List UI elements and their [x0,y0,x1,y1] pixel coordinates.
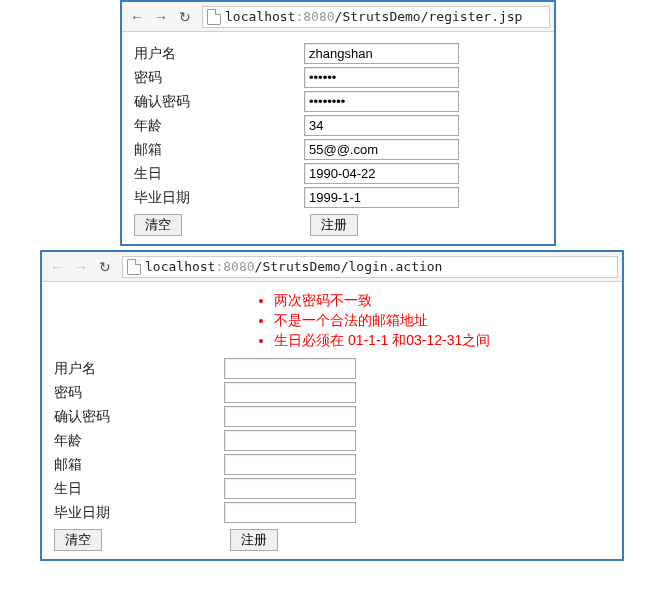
form-row: 生日 [134,163,542,184]
field-input[interactable] [224,406,356,427]
address-bar[interactable]: localhost:8080/StrutsDemo/login.action [122,256,618,278]
toolbar: ← → ↻ localhost:8080/StrutsDemo/login.ac… [42,252,622,282]
field-label: 邮箱 [54,456,224,474]
error-item: 不是一个合法的邮箱地址 [274,312,610,330]
field-label: 生日 [134,165,304,183]
page-icon [127,259,141,275]
field-label: 用户名 [54,360,224,378]
url-host: localhost [225,9,295,24]
url-port: :8080 [215,259,254,274]
browser-window-login: ← → ↻ localhost:8080/StrutsDemo/login.ac… [40,250,624,561]
reload-button[interactable]: ↻ [174,6,196,28]
form-row: 用户名 [54,358,610,379]
field-input[interactable] [304,43,459,64]
field-input[interactable] [304,115,459,136]
url-port: :8080 [295,9,334,24]
forward-button[interactable]: → [150,6,172,28]
field-input[interactable] [224,478,356,499]
address-bar[interactable]: localhost:8080/StrutsDemo/register.jsp [202,6,550,28]
field-label: 年龄 [134,117,304,135]
submit-button[interactable]: 注册 [310,214,358,236]
form-row: 确认密码 [54,406,610,427]
field-input[interactable] [304,163,459,184]
register-form: 用户名密码确认密码年龄邮箱生日毕业日期 [134,43,542,208]
form-row: 毕业日期 [134,187,542,208]
page-content: 两次密码不一致不是一个合法的邮箱地址生日必须在 01-1-1 和03-12-31… [42,282,622,559]
form-row: 毕业日期 [54,502,610,523]
reset-button[interactable]: 清空 [134,214,182,236]
field-input[interactable] [304,139,459,160]
error-list: 两次密码不一致不是一个合法的邮箱地址生日必须在 01-1-1 和03-12-31… [254,292,610,350]
page-icon [207,9,221,25]
toolbar: ← → ↻ localhost:8080/StrutsDemo/register… [122,2,554,32]
field-input[interactable] [224,382,356,403]
field-label: 用户名 [134,45,304,63]
field-label: 邮箱 [134,141,304,159]
forward-button[interactable]: → [70,256,92,278]
form-row: 用户名 [134,43,542,64]
field-label: 毕业日期 [54,504,224,522]
back-button[interactable]: ← [126,6,148,28]
form-row: 邮箱 [54,454,610,475]
login-form: 用户名密码确认密码年龄邮箱生日毕业日期 [54,358,610,523]
reload-button[interactable]: ↻ [94,256,116,278]
field-input[interactable] [224,358,356,379]
form-row: 邮箱 [134,139,542,160]
url-path: /StrutsDemo/register.jsp [335,9,523,24]
form-row: 密码 [134,67,542,88]
page-content: 用户名密码确认密码年龄邮箱生日毕业日期 清空 注册 [122,32,554,244]
field-label: 密码 [54,384,224,402]
url-host: localhost [145,259,215,274]
submit-button[interactable]: 注册 [230,529,278,551]
browser-window-register: ← → ↻ localhost:8080/StrutsDemo/register… [120,0,556,246]
back-button[interactable]: ← [46,256,68,278]
field-label: 年龄 [54,432,224,450]
form-row: 年龄 [54,430,610,451]
field-input[interactable] [304,67,459,88]
field-label: 密码 [134,69,304,87]
reset-button[interactable]: 清空 [54,529,102,551]
error-item: 生日必须在 01-1-1 和03-12-31之间 [274,332,610,350]
form-row: 确认密码 [134,91,542,112]
field-input[interactable] [304,91,459,112]
field-input[interactable] [224,430,356,451]
form-row: 年龄 [134,115,542,136]
field-label: 确认密码 [54,408,224,426]
url-path: /StrutsDemo/login.action [255,259,443,274]
field-label: 生日 [54,480,224,498]
error-item: 两次密码不一致 [274,292,610,310]
field-input[interactable] [224,454,356,475]
form-row: 密码 [54,382,610,403]
form-row: 生日 [54,478,610,499]
field-input[interactable] [224,502,356,523]
field-label: 确认密码 [134,93,304,111]
field-input[interactable] [304,187,459,208]
field-label: 毕业日期 [134,189,304,207]
